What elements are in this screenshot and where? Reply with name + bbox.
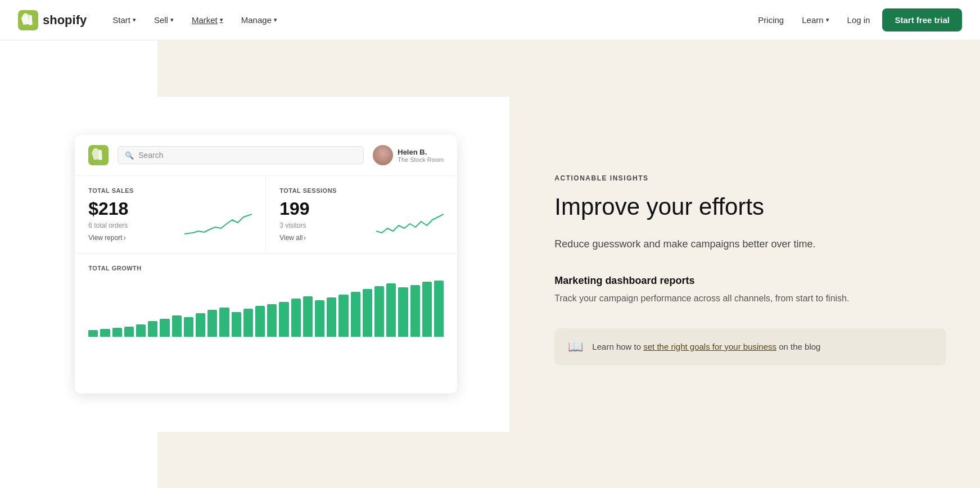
dashboard-header: 🔍 Search Helen B. The Stock Room	[75, 135, 457, 176]
bar	[88, 330, 98, 337]
blog-prefix: Learn how to	[592, 342, 643, 351]
nav-sell[interactable]: Sell ▾	[146, 11, 182, 29]
bar	[207, 310, 217, 337]
chevron-down-icon: ▾	[274, 16, 277, 24]
nav-manage[interactable]: Manage ▾	[233, 11, 285, 29]
nav-market[interactable]: Market ▾	[184, 11, 231, 29]
right-panel: ACTIONABLE INSIGHTS Improve your efforts…	[509, 40, 980, 488]
bar	[291, 299, 301, 337]
bar	[255, 306, 265, 337]
total-sales-content: $218 6 total orders View report ›	[88, 198, 252, 242]
chevron-down-icon: ▾	[170, 16, 174, 24]
navbar: shopify Start ▾ Sell ▾ Market ▾ Manage ▾…	[0, 0, 980, 40]
chevron-down-icon: ▾	[133, 16, 136, 24]
bar	[172, 315, 182, 337]
total-sessions-sub: 3 visitors	[279, 222, 309, 229]
bar	[219, 308, 229, 337]
bar	[434, 281, 444, 337]
search-placeholder: Search	[138, 151, 163, 160]
bar	[422, 282, 432, 337]
bg-top-decoration	[157, 40, 509, 97]
sessions-sparkline	[376, 211, 444, 242]
total-sessions-label: TOTAL SESSIONS	[279, 187, 444, 194]
nav-pricing[interactable]: Pricing	[750, 11, 792, 29]
nav-start[interactable]: Start ▾	[105, 11, 144, 29]
section-headline: Improve your efforts	[554, 193, 946, 220]
avatar-image	[373, 145, 393, 165]
blog-cta-block: 📖 Learn how to set the right goals for y…	[554, 328, 946, 365]
user-info: Helen B. The Stock Room	[398, 148, 444, 163]
view-all-link[interactable]: View all ›	[279, 234, 309, 242]
bar	[315, 300, 324, 337]
user-profile: Helen B. The Stock Room	[373, 145, 444, 165]
book-icon: 📖	[568, 340, 583, 354]
growth-label: TOTAL GROWTH	[88, 265, 444, 272]
logo-text: shopify	[43, 13, 87, 28]
blog-suffix: on the blog	[776, 342, 820, 351]
total-sessions-info: 199 3 visitors View all ›	[279, 198, 309, 242]
bar	[100, 329, 110, 337]
bar	[267, 304, 277, 337]
bar	[243, 309, 253, 337]
total-sales-value: $218	[88, 198, 128, 219]
search-box[interactable]: 🔍 Search	[118, 146, 364, 164]
bg-bottom-decoration	[157, 432, 509, 488]
bar	[136, 324, 146, 337]
blog-link[interactable]: set the right goals for your business	[643, 342, 776, 351]
bar	[112, 328, 122, 337]
blog-cta-text: Learn how to set the right goals for you…	[592, 341, 820, 354]
nav-links-right: Pricing Learn ▾ Log in	[750, 11, 878, 29]
view-report-link[interactable]: View report ›	[88, 234, 128, 242]
nav-login[interactable]: Log in	[839, 11, 878, 29]
bar	[303, 296, 313, 337]
chevron-down-icon: ▾	[220, 16, 223, 24]
bar	[363, 289, 372, 337]
bar	[232, 312, 241, 337]
chevron-right-icon: ›	[124, 234, 126, 242]
bar	[410, 285, 420, 337]
bar	[398, 287, 408, 337]
username: Helen B.	[398, 148, 444, 156]
main-content: 🔍 Search Helen B. The Stock Room	[0, 40, 980, 488]
left-panel: 🔍 Search Helen B. The Stock Room	[0, 40, 509, 488]
total-sales-info: $218 6 total orders View report ›	[88, 198, 128, 242]
start-free-trial-button[interactable]: Start free trial	[882, 8, 962, 31]
total-sessions-value: 199	[279, 198, 309, 219]
bar	[327, 297, 336, 337]
bar	[351, 292, 360, 337]
total-sessions-content: 199 3 visitors View all ›	[279, 198, 444, 242]
chevron-right-icon: ›	[304, 234, 306, 242]
nav-learn[interactable]: Learn ▾	[794, 11, 837, 29]
total-sales-label: TOTAL SALES	[88, 187, 252, 194]
bar	[338, 295, 348, 337]
bar	[160, 319, 169, 337]
total-sales-card: TOTAL SALES $218 6 total orders View rep…	[75, 176, 266, 253]
total-sessions-card: TOTAL SESSIONS 199 3 visitors View all ›	[266, 176, 457, 253]
section-tag: ACTIONABLE INSIGHTS	[554, 174, 946, 182]
bar	[374, 286, 384, 337]
avatar	[373, 145, 393, 165]
bar	[279, 302, 288, 337]
feature-desc: Track your campaign performance across a…	[554, 291, 946, 306]
total-sales-sub: 6 total orders	[88, 222, 128, 229]
sales-sparkline	[184, 211, 252, 242]
section-body: Reduce guesswork and make campaigns bett…	[554, 236, 946, 252]
dashboard-card: 🔍 Search Helen B. The Stock Room	[75, 135, 457, 394]
bar	[386, 283, 396, 337]
logo[interactable]: shopify	[18, 10, 87, 30]
search-icon: 🔍	[125, 151, 134, 160]
feature-block-1: Marketing dashboard reports Track your c…	[554, 275, 946, 306]
shopify-logo-icon	[18, 10, 38, 30]
growth-section: TOTAL GROWTH	[75, 254, 457, 348]
shopify-dash-icon	[88, 145, 109, 165]
chevron-down-icon: ▾	[826, 16, 829, 24]
bar	[124, 327, 134, 337]
nav-links-left: Start ▾ Sell ▾ Market ▾ Manage ▾	[105, 11, 285, 29]
store-name: The Stock Room	[398, 156, 444, 163]
stats-row: TOTAL SALES $218 6 total orders View rep…	[75, 176, 457, 254]
bar	[148, 321, 157, 337]
bar	[196, 313, 205, 337]
feature-title: Marketing dashboard reports	[554, 275, 946, 287]
bar	[184, 317, 193, 337]
growth-bar-chart	[88, 281, 444, 337]
